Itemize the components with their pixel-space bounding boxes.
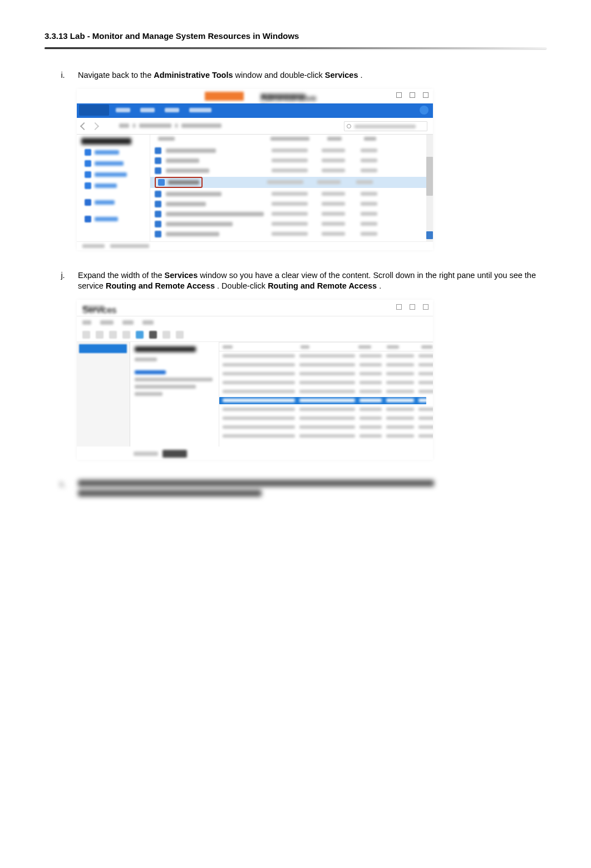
toolbar-help-icon[interactable] xyxy=(122,331,130,339)
step-i-marker: i. xyxy=(58,70,68,81)
ribbon-context-tab xyxy=(205,92,244,101)
toolbar-stop-icon[interactable] xyxy=(149,331,157,339)
search-input[interactable] xyxy=(344,121,427,131)
services-toolbar xyxy=(77,329,433,342)
nav-item-network[interactable] xyxy=(81,216,145,222)
step-j-bold-1: Services xyxy=(165,271,198,280)
service-row-routing-remote-access[interactable] xyxy=(219,397,426,404)
scrollbar-thumb[interactable] xyxy=(426,157,433,196)
step-j-body: Expand the width of the Services window … xyxy=(78,270,546,292)
list-item[interactable] xyxy=(155,157,426,165)
nav-item-pictures[interactable] xyxy=(81,182,145,189)
toolbar-restart-icon[interactable] xyxy=(176,331,184,339)
list-item[interactable] xyxy=(155,147,426,155)
step-i-bold-1: Administrative Tools xyxy=(154,71,233,80)
step-j-text-1: Expand the width of the xyxy=(78,271,165,280)
screenshot-services: Services xyxy=(77,300,433,460)
step-k-marker: k. xyxy=(58,480,68,500)
callout-services xyxy=(155,177,203,188)
nav-quick-access[interactable] xyxy=(81,138,131,145)
services-grid xyxy=(219,342,433,447)
menu-help[interactable] xyxy=(142,320,154,325)
titlebar-text: Administrative Tools xyxy=(260,93,305,99)
ribbon-tab-view[interactable] xyxy=(165,108,179,112)
search-placeholder xyxy=(354,125,416,128)
service-row[interactable] xyxy=(219,388,426,395)
services-bottom-tabs xyxy=(134,448,187,460)
list-item-services[interactable] xyxy=(150,177,433,188)
service-row[interactable] xyxy=(219,370,426,378)
detail-header xyxy=(135,346,196,352)
nav-item-documents[interactable] xyxy=(81,171,145,178)
step-j-marker: j. xyxy=(58,270,68,292)
service-row[interactable] xyxy=(219,379,426,386)
menu-action[interactable] xyxy=(100,320,114,325)
nav-item-desktop[interactable] xyxy=(81,149,145,156)
scrollbar-down[interactable] xyxy=(426,231,433,239)
ribbon-tab-manage[interactable] xyxy=(189,108,211,112)
service-row[interactable] xyxy=(219,361,426,369)
screenshot-administrative-tools: Administrative Tools xyxy=(77,89,433,250)
services-title-text: Services xyxy=(82,305,105,310)
help-icon[interactable] xyxy=(420,106,429,115)
services-icon xyxy=(158,179,165,186)
doc-title: 3.3.13 Lab - Monitor and Manage System R… xyxy=(45,31,546,47)
toolbar-back-icon[interactable] xyxy=(82,331,90,339)
close-icon[interactable] xyxy=(423,92,429,98)
explorer-titlebar: Administrative Tools xyxy=(77,89,433,103)
service-row[interactable] xyxy=(219,406,426,413)
nav-item-this-pc[interactable] xyxy=(81,199,145,206)
services-tree xyxy=(77,342,130,447)
doc-header: 3.3.13 Lab - Monitor and Manage System R… xyxy=(45,31,546,49)
list-item[interactable] xyxy=(155,210,426,218)
ribbon-tab-share[interactable] xyxy=(140,108,155,112)
step-j-text-4: . xyxy=(379,281,381,290)
service-detail-pane xyxy=(130,342,219,447)
ribbon-tab-home[interactable] xyxy=(116,108,130,112)
forward-icon[interactable] xyxy=(91,122,99,130)
nav-item-downloads[interactable] xyxy=(81,160,145,167)
scrollbar[interactable] xyxy=(426,135,433,241)
step-i-text-3: . xyxy=(361,71,363,80)
services-menubar xyxy=(77,316,433,329)
service-row[interactable] xyxy=(219,353,426,360)
list-item[interactable] xyxy=(155,230,426,238)
minimize-icon[interactable] xyxy=(396,92,402,98)
menu-view[interactable] xyxy=(122,320,134,325)
service-row[interactable] xyxy=(219,433,426,440)
minimize-icon[interactable] xyxy=(396,304,402,310)
explorer-toolbar xyxy=(77,118,433,135)
back-icon[interactable] xyxy=(80,122,88,130)
column-headers[interactable] xyxy=(156,135,427,145)
toolbar-refresh-icon[interactable] xyxy=(109,331,117,339)
step-i-body: Navigate back to the Administrative Tool… xyxy=(78,70,546,81)
doc-rule xyxy=(45,47,546,49)
service-row[interactable] xyxy=(219,415,426,422)
list-item[interactable] xyxy=(155,220,426,228)
service-row[interactable] xyxy=(219,424,426,431)
step-i-bold-2: Services xyxy=(325,71,358,80)
step-k-blurred: k. xyxy=(58,480,546,500)
maximize-icon[interactable] xyxy=(410,92,415,98)
tree-services-local[interactable] xyxy=(79,344,127,353)
list-item[interactable] xyxy=(155,190,426,198)
tab-standard[interactable] xyxy=(162,450,187,458)
step-j-bold-2: Routing and Remote Access xyxy=(106,281,215,290)
menu-file[interactable] xyxy=(82,320,91,325)
tab-extended[interactable] xyxy=(134,452,158,456)
toolbar-pause-icon[interactable] xyxy=(162,331,170,339)
file-list xyxy=(150,135,433,241)
toolbar-start-icon[interactable] xyxy=(136,331,144,339)
list-item[interactable] xyxy=(155,167,426,175)
list-item[interactable] xyxy=(155,200,426,208)
maximize-icon[interactable] xyxy=(410,304,415,310)
step-i: i. Navigate back to the Administrative T… xyxy=(58,70,546,81)
grid-header[interactable] xyxy=(219,343,433,351)
toolbar-props-icon[interactable] xyxy=(96,331,104,339)
close-icon[interactable] xyxy=(423,304,429,310)
status-bar xyxy=(77,241,433,250)
nav-pane xyxy=(77,135,150,241)
breadcrumb[interactable] xyxy=(119,123,221,128)
step-i-text-1: Navigate back to the xyxy=(78,71,154,80)
ribbon-file-tab[interactable] xyxy=(79,105,109,116)
